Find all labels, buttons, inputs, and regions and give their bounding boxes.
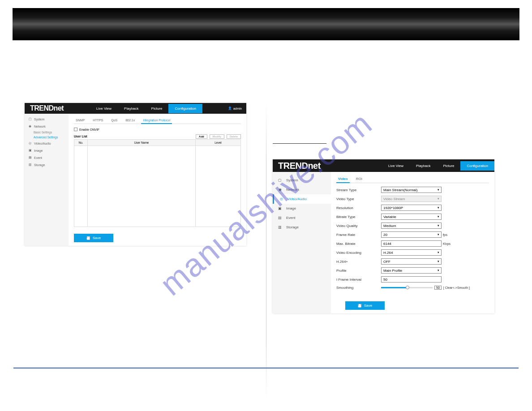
user-table: No. User Name Level: [74, 139, 241, 227]
footer-line: [13, 368, 519, 368]
subtab-https[interactable]: HTTPS: [91, 117, 105, 124]
video-quality-label: Video Quality: [336, 224, 381, 228]
user-label[interactable]: admin: [223, 107, 246, 110]
tab-playback[interactable]: Playback: [410, 161, 437, 171]
section-underline: [273, 143, 326, 144]
screenshot-header: TRENDnet Live View Playback Picture Conf…: [25, 103, 246, 114]
sidebar-item-storage[interactable]: ▥Storage: [25, 161, 69, 168]
sidebar-item-network[interactable]: ◉Network: [25, 123, 69, 130]
right-sidebar: ▢System ◉Network ◎Video/Audio ▣Image ▤Ev…: [273, 172, 331, 313]
subtab-video[interactable]: Video: [336, 176, 350, 183]
save-button[interactable]: Save: [345, 301, 385, 310]
video-settings-screenshot: TRENDnet Live View Playback Picture Conf…: [273, 159, 494, 313]
sidebar-item-network[interactable]: ◉Network: [273, 185, 331, 194]
h264plus-select[interactable]: OFF: [381, 258, 442, 265]
profile-select[interactable]: Main Profile: [381, 267, 442, 274]
smoothing-slider[interactable]: [381, 285, 433, 290]
profile-row: Profile Main Profile: [336, 267, 489, 274]
main-nav: Live View Playback Picture Configuration: [326, 161, 494, 171]
col-username: User Name: [88, 140, 196, 146]
video-encoding-select[interactable]: H.264: [381, 249, 442, 256]
subtab-802[interactable]: 802.1x: [124, 117, 137, 124]
left-sidebar: ▢System ◉Network Basic Settings Advanced…: [25, 114, 69, 246]
video-quality-row: Video Quality Medium: [336, 223, 489, 229]
subtabs: SNMP HTTPS QoS 802.1x Integration Protoc…: [74, 117, 241, 124]
monitor-icon: ▢: [277, 178, 283, 182]
tab-live-view[interactable]: Live View: [382, 161, 410, 171]
kbps-unit: Kbps: [443, 242, 450, 246]
brand-logo: TRENDnet: [273, 161, 326, 171]
sidebar-item-event[interactable]: ▤Event: [273, 213, 331, 223]
resolution-label: Resolution: [336, 206, 381, 210]
enable-onvif-row: Enable ONVIF: [74, 128, 241, 131]
iframe-label: I Frame Interval: [336, 278, 381, 282]
document-header-banner: [0, 0, 532, 40]
subtab-integration[interactable]: Integration Protocol: [141, 117, 172, 124]
sidebar-item-video-audio[interactable]: ◎Video/Audio: [25, 140, 69, 147]
video-quality-select[interactable]: Medium: [381, 223, 442, 229]
modify-button[interactable]: Modify: [210, 134, 224, 139]
frame-rate-select[interactable]: 20: [381, 231, 442, 238]
subtab-snmp[interactable]: SNMP: [74, 117, 86, 124]
calendar-icon: ▤: [28, 156, 32, 159]
sidebar-item-system[interactable]: ▢System: [273, 176, 331, 185]
enable-onvif-label: Enable ONVIF: [79, 128, 99, 131]
bitrate-type-label: Bitrate Type: [336, 215, 381, 219]
tab-picture[interactable]: Picture: [437, 161, 461, 171]
image-icon: ▣: [277, 206, 283, 210]
sidebar-item-system[interactable]: ▢System: [25, 116, 69, 123]
sidebar-item-storage[interactable]: ▥Storage: [273, 223, 331, 232]
iframe-input[interactable]: 50: [381, 276, 442, 283]
save-button[interactable]: Save: [74, 234, 113, 242]
video-type-label: Video Type: [336, 197, 381, 201]
video-type-row: Video Type Video Stream: [336, 196, 489, 202]
sidebar-sub-advanced[interactable]: Advanced Settings: [25, 135, 69, 140]
video-encoding-label: Video Encoding: [336, 251, 381, 255]
monitor-icon: ▢: [28, 117, 32, 121]
resolution-row: Resolution 1920*1080P: [336, 205, 489, 211]
brand-logo: TRENDnet: [25, 104, 69, 112]
fps-unit: fps: [443, 233, 447, 237]
video-settings-panel: Video ROI Stream Type Main Stream(Normal…: [331, 172, 494, 313]
tab-configuration[interactable]: Configuration: [460, 161, 494, 171]
tab-picture[interactable]: Picture: [145, 104, 169, 113]
add-button[interactable]: Add: [196, 134, 207, 139]
enable-onvif-checkbox[interactable]: [74, 128, 77, 131]
sidebar-item-image[interactable]: ▣Image: [25, 147, 69, 154]
subtab-qos[interactable]: QoS: [109, 117, 119, 124]
sidebar-item-video-audio[interactable]: ◎Video/Audio: [273, 194, 331, 204]
bitrate-type-select[interactable]: Variable: [381, 214, 442, 220]
h264plus-label: H.264+: [336, 260, 381, 264]
smoothing-value: 50: [434, 286, 442, 290]
delete-button[interactable]: Delete: [227, 134, 241, 139]
storage-icon: ▥: [28, 163, 32, 167]
resolution-select[interactable]: 1920*1080P: [381, 205, 442, 211]
sidebar-sub-basic[interactable]: Basic Settings: [25, 130, 69, 135]
max-bitrate-input[interactable]: 6144: [381, 240, 442, 247]
slider-thumb[interactable]: [406, 286, 409, 289]
tab-configuration[interactable]: Configuration: [168, 104, 202, 113]
bitrate-type-row: Bitrate Type Variable: [336, 214, 489, 220]
h264plus-row: H.264+ OFF: [336, 258, 489, 265]
main-panel: SNMP HTTPS QoS 802.1x Integration Protoc…: [69, 114, 246, 246]
table-body: [74, 146, 240, 227]
sidebar-item-event[interactable]: ▤Event: [25, 154, 69, 161]
video-encoding-row: Video Encoding H.264: [336, 249, 489, 256]
right-column: TRENDnet Live View Playback Picture Conf…: [270, 49, 519, 322]
tab-playback[interactable]: Playback: [118, 104, 145, 113]
user-list-toolbar: User List Add Modify Delete: [74, 135, 241, 138]
subtab-roi[interactable]: ROI: [354, 176, 364, 183]
screenshot-header: TRENDnet Live View Playback Picture Conf…: [273, 159, 494, 172]
camera-icon: ◎: [28, 141, 32, 145]
stream-type-label: Stream Type: [336, 188, 381, 192]
profile-label: Profile: [336, 269, 381, 273]
column-divider: [266, 103, 266, 398]
max-bitrate-label: Max. Bitrate: [336, 242, 381, 246]
smoothing-label: Smoothing: [336, 286, 381, 290]
tab-live-view[interactable]: Live View: [90, 104, 118, 113]
storage-icon: ▥: [277, 225, 283, 229]
col-no: No.: [74, 140, 88, 146]
stream-type-select[interactable]: Main Stream(Normal): [381, 187, 442, 193]
sidebar-item-image[interactable]: ▣Image: [273, 204, 331, 213]
integration-protocol-screenshot: TRENDnet Live View Playback Picture Conf…: [25, 103, 246, 246]
